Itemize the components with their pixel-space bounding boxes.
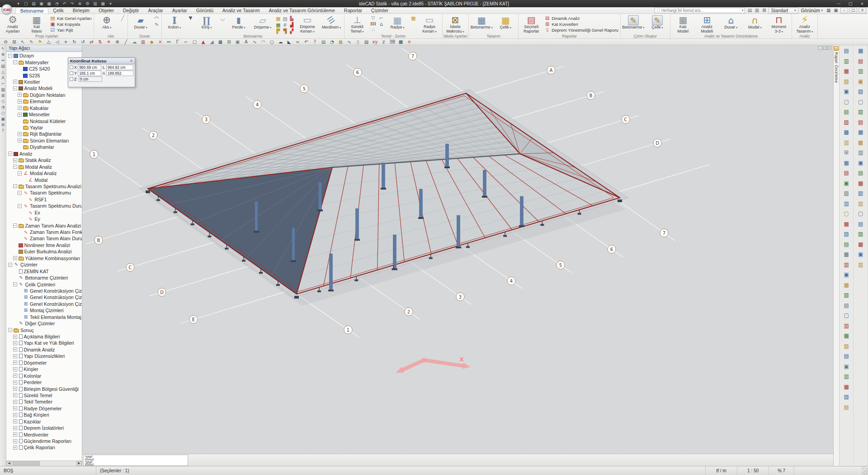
right-tool-icon-21[interactable]: ▣ bbox=[855, 249, 867, 260]
view-3d-icon[interactable]: ◇ bbox=[1, 100, 5, 104]
expand-toggle-icon[interactable]: − bbox=[13, 184, 17, 188]
tree-item-modal-analiz[interactable]: −∠Modal Analiz bbox=[6, 170, 82, 176]
open-file-icon[interactable]: ▤ bbox=[31, 2, 37, 6]
grid-icon[interactable]: ⊞ bbox=[225, 39, 233, 45]
tree-item-ey[interactable]: ∿Ey bbox=[6, 216, 82, 222]
btn-deprem-yönetmeliği-genel-raporu[interactable]: ▯Deprem Yönetmeliği Genel Raporu bbox=[543, 27, 619, 33]
view-menu[interactable]: Görünüm▾ bbox=[800, 8, 824, 13]
right-tool-icon-35[interactable]: ▧ bbox=[840, 392, 852, 402]
tree-item-çelik-çizimleri[interactable]: −✎Çelik Çizimleri bbox=[6, 281, 82, 287]
ribbon-small-button[interactable]: ◡ bbox=[219, 15, 226, 21]
tree-item-kabuklar[interactable]: +Kabuklar bbox=[6, 105, 82, 111]
tree-item-yapı-düzensizlikleri[interactable]: +Yapı Düzensizlikleri bbox=[6, 353, 82, 359]
zoom-out-icon[interactable]: ⊖ bbox=[1, 39, 10, 45]
corner-top-icon[interactable]: Γ bbox=[173, 39, 182, 45]
rotate-ccw-icon[interactable]: ↺ bbox=[79, 39, 87, 45]
crop-frame-icon[interactable]: ▢ bbox=[190, 39, 199, 45]
dimension-icon[interactable]: ⌐ bbox=[1, 82, 5, 86]
expand-toggle-icon[interactable]: − bbox=[13, 165, 17, 169]
polyline-icon[interactable]: ∿ bbox=[250, 39, 259, 45]
tree-item-tasarım-spektrumu-durumları[interactable]: −∿Tasarım Spektrumu Durumları bbox=[6, 203, 82, 209]
btn-duvar[interactable]: ▰Duvar▾ bbox=[129, 14, 152, 34]
tree-item-merdivenler[interactable]: +Merdivenler bbox=[6, 431, 82, 437]
tree-item-elemanlar[interactable]: +Elemanlar bbox=[6, 98, 82, 104]
btn-perde[interactable]: ▮Perde▾ bbox=[227, 14, 250, 34]
measure-icon[interactable]: △ bbox=[1, 70, 5, 74]
mirror-h-icon[interactable]: ⇄ bbox=[87, 39, 96, 45]
expand-toggle-icon[interactable]: + bbox=[18, 100, 22, 104]
tree-item-bağ-kirişleri[interactable]: +Bağ Kirişleri bbox=[6, 412, 82, 418]
tab-analiz-ve-tasarım[interactable]: Analiz ve Tasarım bbox=[218, 7, 264, 14]
select-icon[interactable]: ↖ bbox=[1, 47, 5, 51]
tab-çelik[interactable]: Çelik bbox=[48, 7, 68, 14]
tree-item-modal-analiz[interactable]: −Modal Analiz bbox=[6, 163, 82, 170]
ribbon-small-button[interactable]: ⌐ bbox=[377, 15, 385, 21]
status-scale[interactable]: 1 : 50 bbox=[737, 466, 769, 475]
axes-z-icon[interactable]: z bbox=[379, 39, 388, 45]
a-field[interactable] bbox=[106, 71, 133, 76]
insert-node-icon[interactable]: ⊕ bbox=[113, 39, 122, 45]
btn-çelik[interactable]: ✎Çelik▾ bbox=[646, 14, 669, 34]
save-file-icon[interactable]: ▣ bbox=[38, 2, 44, 6]
z-field[interactable] bbox=[79, 76, 102, 82]
tree-item-tekil-temeller[interactable]: +Tekil Temeller bbox=[6, 399, 82, 405]
right-tool-icon-26[interactable]: ▤ bbox=[840, 300, 852, 311]
y-lock-checkbox[interactable] bbox=[70, 71, 73, 75]
right-tool-icon-16[interactable]: ▥ bbox=[840, 199, 852, 209]
tree-item-betonarme-çizimleri[interactable]: ✎Betonarme Çizimleri bbox=[6, 275, 82, 281]
grid-g-icon[interactable]: ▦ bbox=[275, 22, 282, 28]
blast-icon[interactable]: ▲ bbox=[199, 39, 208, 45]
tab-araçlar[interactable]: Araçlar bbox=[144, 7, 168, 14]
tree-item-modal[interactable]: ∠Modal bbox=[6, 176, 82, 183]
settings-icon[interactable]: ⚙ bbox=[1, 123, 5, 127]
query-icon[interactable]: ? bbox=[311, 39, 319, 45]
right-tool-icon-10[interactable]: ▩ bbox=[855, 138, 867, 148]
spline-icon[interactable]: ≈ bbox=[293, 39, 302, 45]
resize-grip[interactable] bbox=[862, 466, 868, 475]
print-icon[interactable]: ▦ bbox=[46, 2, 52, 6]
corner-rev-icon[interactable]: ⌐ bbox=[182, 39, 190, 45]
l-field[interactable] bbox=[106, 65, 133, 70]
tree-item-genel-konstrüksiyon-çizimleri-1[interactable]: ⊞Genel Konstrüksiyon Çizimleri (1) bbox=[6, 294, 82, 300]
tree-item-güçlendirme-raporları[interactable]: +Güçlendirme Raporları bbox=[6, 438, 82, 444]
viewport-canvas[interactable]: X77665544332211ABBCCDDE bbox=[82, 45, 833, 454]
tab-görüntü[interactable]: Görüntü bbox=[192, 7, 218, 14]
right-tool-icon-11[interactable]: ▥ bbox=[855, 147, 867, 158]
child-minimize-button[interactable]: – bbox=[840, 8, 848, 14]
right-tool-icon-25[interactable]: ▧ bbox=[840, 290, 852, 300]
settings-icon[interactable]: ⚙ bbox=[85, 2, 90, 6]
tree-item-mesnetler[interactable]: +Mesnetler bbox=[6, 111, 82, 118]
btn-kat-kuvvetleri[interactable]: ▥Kat Kuvvetleri bbox=[543, 21, 619, 27]
layers-icon[interactable]: ▤ bbox=[1, 64, 5, 68]
right-tool-icon-19[interactable]: ▨ bbox=[855, 229, 867, 239]
ribbon-small-button[interactable]: ⌂ bbox=[377, 21, 385, 27]
chart-r-icon[interactable]: ▟ bbox=[288, 22, 295, 28]
right-tool-icon-8[interactable]: ▨ bbox=[840, 117, 852, 128]
right-tool-icon-1[interactable]: ▤ bbox=[840, 46, 852, 56]
btn-radye-kenarı[interactable]: ▭RadyeKenarı▾ bbox=[418, 14, 441, 34]
grid-dark-icon[interactable]: ▩ bbox=[396, 39, 405, 45]
grid-icon[interactable]: ⊞ bbox=[1, 94, 5, 98]
tree-item-genel-konstrüksiyon-çizimleri[interactable]: ⊞Genel Konstrüksiyon Çizimleri bbox=[6, 288, 82, 294]
right-tool-icon-6[interactable]: ▢ bbox=[840, 97, 852, 107]
close-view-icon[interactable]: ⊠ bbox=[761, 8, 767, 13]
hatch-icon[interactable]: ▨ bbox=[1, 88, 5, 92]
expand-toggle-icon[interactable]: − bbox=[8, 328, 12, 332]
right-tool-icon-24[interactable]: ▦ bbox=[840, 280, 852, 290]
y-field[interactable] bbox=[78, 71, 101, 76]
right-tool-icon-17[interactable]: ▢ bbox=[840, 209, 852, 219]
new-file-icon[interactable]: ▢ bbox=[23, 2, 29, 6]
btn-döşeme-kenarı[interactable]: ▭DöşemeKenarı▾ bbox=[296, 14, 319, 34]
x-lock-checkbox[interactable] bbox=[70, 66, 73, 69]
expand-toggle-icon[interactable]: − bbox=[13, 60, 17, 64]
rotate-icon[interactable]: ↻ bbox=[70, 39, 79, 45]
expand-toggle-icon[interactable]: − bbox=[13, 86, 17, 90]
right-tool-icon-17[interactable]: ▢ bbox=[855, 209, 867, 219]
expand-toggle-icon[interactable]: + bbox=[13, 158, 17, 162]
btn-seçmeli-raporlar[interactable]: ▤SeçmeliRaporlar bbox=[519, 14, 543, 34]
expand-toggle-icon[interactable]: + bbox=[13, 256, 17, 260]
ribbon-small-button[interactable]: ╱ bbox=[119, 15, 127, 21]
btn-çelik[interactable]: ▦Çelik▾ bbox=[494, 14, 517, 34]
btn-i-skele-makrosu[interactable]: ⊠İskeleMakrosu▾ bbox=[443, 14, 467, 34]
tree-horizontal-scrollbar[interactable]: ◀ ▶ bbox=[6, 461, 82, 466]
